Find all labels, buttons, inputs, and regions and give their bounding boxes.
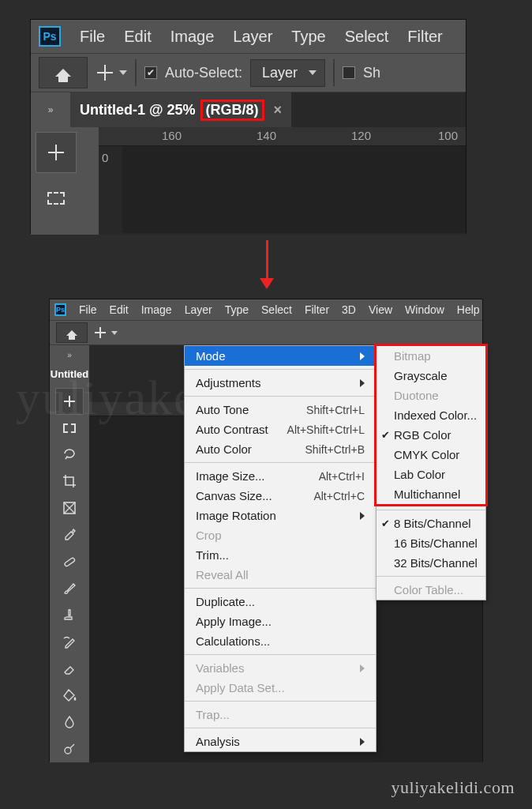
frame-tool-button[interactable] <box>55 495 84 521</box>
tab-close-button[interactable]: × <box>274 102 283 119</box>
gradient-tool-button[interactable] <box>55 682 84 709</box>
blur-tool-button[interactable] <box>55 709 84 736</box>
mode-lab[interactable]: Lab Color <box>377 465 485 484</box>
ruler-horizontal: 160 140 120 100 <box>99 127 466 146</box>
menu-item-mode[interactable]: Mode <box>185 346 376 366</box>
mode-indexed[interactable]: Indexed Color... <box>377 405 485 425</box>
home-button[interactable] <box>39 57 88 88</box>
menu-item-analysis[interactable]: Analysis <box>185 732 376 751</box>
crop-tool-button[interactable] <box>55 468 84 495</box>
expand-handle-icon[interactable]: » <box>48 104 54 115</box>
document-tab[interactable]: Untitled-1 @ 25% (RGB/8) × <box>70 92 291 127</box>
mode-duotone[interactable]: Duotone <box>377 386 485 405</box>
brush-tool-button[interactable] <box>55 575 84 602</box>
menu-image[interactable]: Image <box>135 300 178 319</box>
history-brush-tool-button[interactable] <box>55 629 84 656</box>
menu-window[interactable]: Window <box>399 300 451 319</box>
label: Lab Color <box>394 468 445 481</box>
label: Trap... <box>196 708 230 721</box>
menu-item-duplicate[interactable]: Duplicate... <box>185 592 376 611</box>
menu-item-trim[interactable]: Trim... <box>185 545 376 565</box>
mode-multichannel[interactable]: Multichannel <box>377 484 485 504</box>
label: Grayscale <box>394 369 448 382</box>
tab-title-prefix: Untitled-1 @ 25% <box>80 102 196 119</box>
separator <box>185 462 376 463</box>
label: Image Size... <box>196 469 265 483</box>
menu-item-image-size[interactable]: Image Size... Alt+Ctrl+I <box>185 466 376 486</box>
menu-select[interactable]: Select <box>255 300 298 319</box>
label: Canvas Size... <box>196 489 272 502</box>
menu-select[interactable]: Select <box>335 21 399 52</box>
bits-16[interactable]: 16 Bits/Channel <box>377 533 485 553</box>
photoshop-window-top: Ps File Edit Image Layer Type Select Fil… <box>30 19 466 234</box>
marquee-tool-button[interactable] <box>55 415 84 442</box>
clone-stamp-tool-button[interactable] <box>55 602 84 629</box>
menu-file[interactable]: File <box>70 21 114 52</box>
menu-type[interactable]: Type <box>219 300 255 319</box>
expand-handle-icon[interactable]: » <box>67 347 72 363</box>
bits-32[interactable]: 32 Bits/Channel <box>377 553 485 573</box>
menu-type[interactable]: Type <box>282 21 335 52</box>
label: Duotone <box>394 389 439 402</box>
tool-preset-caret-icon[interactable] <box>111 331 118 335</box>
mode-grayscale[interactable]: Grayscale <box>377 366 485 386</box>
eraser-tool-button[interactable] <box>55 656 84 683</box>
home-icon <box>55 69 71 77</box>
marquee-tool-button[interactable] <box>36 178 77 219</box>
auto-select-checkbox[interactable]: ✔ <box>144 66 157 79</box>
menu-item-trap[interactable]: Trap... <box>185 705 376 724</box>
menu-filter[interactable]: Filter <box>298 300 335 319</box>
auto-select-target-dropdown[interactable]: Layer <box>250 59 325 87</box>
lasso-tool-button[interactable] <box>55 442 84 468</box>
menu-item-calculations[interactable]: Calculations... <box>185 631 376 651</box>
document-tab[interactable]: Untitled <box>49 363 90 388</box>
menu-layer[interactable]: Layer <box>223 21 282 52</box>
label: Apply Data Set... <box>196 681 285 694</box>
menu-item-image-rotation[interactable]: Image Rotation <box>185 506 376 525</box>
menu-view[interactable]: View <box>362 300 399 319</box>
menu-file[interactable]: File <box>73 300 103 319</box>
menu-item-auto-color[interactable]: Auto Color Shift+Ctrl+B <box>185 439 376 459</box>
menu-item-auto-contrast[interactable]: Auto Contrast Alt+Shift+Ctrl+L <box>185 420 376 439</box>
menu-help[interactable]: Help <box>451 300 486 319</box>
color-table[interactable]: Color Table... <box>377 580 485 600</box>
label: Indexed Color... <box>394 408 477 422</box>
menu-filter[interactable]: Filter <box>398 21 451 52</box>
tab-colormode-highlight: (RGB/8) <box>200 100 264 121</box>
show-transform-checkbox[interactable] <box>343 66 355 79</box>
menu-edit[interactable]: Edit <box>103 300 135 319</box>
move-tool-button[interactable] <box>55 388 84 415</box>
tool-preset-caret-icon[interactable] <box>119 70 127 75</box>
label: 32 Bits/Channel <box>394 556 478 570</box>
menu-edit[interactable]: Edit <box>114 21 160 52</box>
menu-item-auto-tone[interactable]: Auto Tone Shift+Ctrl+L <box>185 400 376 420</box>
home-button[interactable] <box>56 322 88 343</box>
label: Adjustments <box>196 376 261 389</box>
menu-layer[interactable]: Layer <box>178 300 219 319</box>
photoshop-window-bottom: Ps File Edit Image Layer Type Select Fil… <box>49 299 483 762</box>
label: Crop <box>196 529 222 542</box>
menu-item-apply-data-set[interactable]: Apply Data Set... <box>185 678 376 698</box>
mode-bitmap[interactable]: Bitmap <box>377 346 485 366</box>
move-tool-icon <box>47 143 66 162</box>
menu-item-apply-image[interactable]: Apply Image... <box>185 611 376 631</box>
move-tool-button[interactable] <box>36 132 77 173</box>
canvas-area: 40 Mode Adjustments Auto Tone Shift+Ctrl… <box>89 345 482 762</box>
menu-item-crop[interactable]: Crop <box>185 525 376 545</box>
mode-rgb[interactable]: ✔ RGB Color <box>377 425 485 445</box>
mode-cmyk[interactable]: CMYK Color <box>377 445 485 465</box>
menu-3d[interactable]: 3D <box>335 300 362 319</box>
menu-image[interactable]: Image <box>161 21 224 52</box>
menu-item-canvas-size[interactable]: Canvas Size... Alt+Ctrl+C <box>185 486 376 506</box>
separator <box>377 576 485 577</box>
dodge-tool-button[interactable] <box>55 736 84 762</box>
menu-item-reveal-all[interactable]: Reveal All <box>185 565 376 585</box>
bits-8[interactable]: ✔ 8 Bits/Channel <box>377 514 485 533</box>
healing-brush-tool-button[interactable] <box>55 548 84 575</box>
eyedropper-tool-button[interactable] <box>55 521 84 548</box>
canvas[interactable] <box>122 146 466 233</box>
workspace-body: » Untitled <box>50 345 482 762</box>
check-icon: ✔ <box>381 517 390 529</box>
menu-item-adjustments[interactable]: Adjustments <box>185 373 376 393</box>
menu-item-variables[interactable]: Variables <box>185 658 376 678</box>
